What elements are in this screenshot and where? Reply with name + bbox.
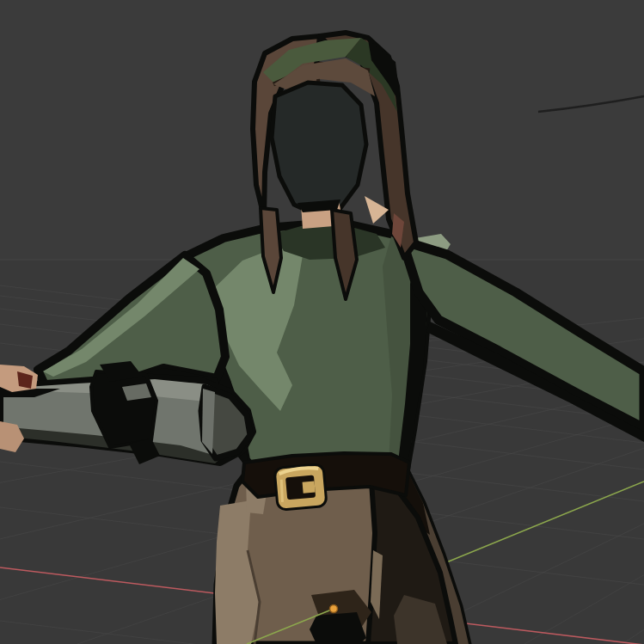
viewport-canvas[interactable] <box>0 0 644 644</box>
inner-leg-gap <box>310 612 366 644</box>
buckle-prong <box>303 481 316 494</box>
scene-3d <box>0 0 644 644</box>
belt-buckle <box>274 464 327 511</box>
object-origin-dot[interactable] <box>330 605 338 613</box>
